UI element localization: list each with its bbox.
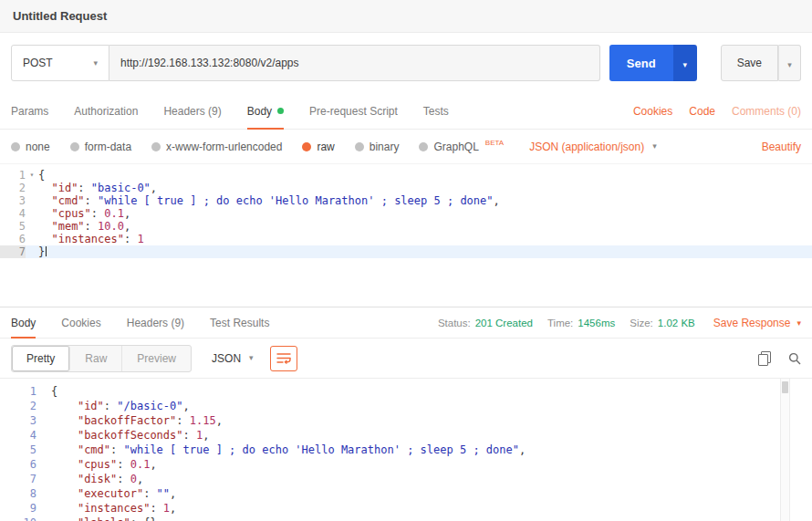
body-mode-raw[interactable]: raw [302, 141, 334, 153]
response-format-select[interactable]: JSON ▾ [212, 352, 254, 365]
tab-tests[interactable]: Tests [423, 93, 449, 129]
time-value: 1456ms [578, 318, 615, 328]
tab-authorization[interactable]: Authorization [74, 93, 138, 129]
search-icon[interactable] [788, 352, 801, 365]
code-text: "instances": 1 [38, 233, 144, 245]
body-mode-form-data[interactable]: form-data [70, 141, 131, 153]
code-line-1: 1▾{ [0, 169, 812, 182]
save-response-label: Save Response [713, 317, 791, 329]
tab-label: Authorization [74, 105, 138, 118]
code-line-6: 6 "cpus": 0.1, [0, 457, 812, 472]
chevron-down-icon: ▾ [682, 60, 687, 69]
tab-headers-9[interactable]: Headers (9) [163, 93, 221, 129]
tab-pre-request-script[interactable]: Pre-request Script [309, 93, 398, 129]
code-text: "disk": 0, [51, 472, 143, 486]
code-text: "cmd": "while [ true ] ; do echo 'Hello … [51, 443, 526, 457]
tab-label: Cookies [61, 317, 100, 329]
wrap-lines-button[interactable] [270, 346, 297, 371]
code-line-5: 5 "mem": 10.0, [0, 220, 812, 233]
size-label: Size: [630, 318, 653, 328]
comments-0-link[interactable]: Comments (0) [732, 105, 801, 118]
radio-icon [302, 142, 311, 151]
body-mode-row: noneform-datax-www-form-urlencodedrawbin… [0, 130, 812, 164]
copy-icon[interactable] [758, 351, 770, 365]
tab-label: Headers (9) [163, 105, 221, 118]
body-mode-binary[interactable]: binary [355, 141, 400, 153]
request-title: Untitled Request [13, 9, 107, 23]
request-title-bar: Untitled Request [0, 0, 812, 33]
line-number: 10 [0, 516, 36, 521]
code-text: "id": "basic-0", [38, 182, 157, 194]
code-line-10: 10 "labels": {}, [0, 516, 812, 521]
tab-label: Test Results [210, 317, 269, 329]
response-scrollbar-thumb[interactable] [782, 381, 788, 393]
code-line-8: 8 "executor": "", [0, 486, 812, 501]
tab-body[interactable]: Body [247, 93, 284, 129]
code-text: "labels": {}, [51, 516, 163, 521]
line-number: 5 [0, 220, 26, 233]
fold-gutter [26, 182, 38, 194]
response-scrollbar[interactable] [780, 379, 790, 521]
code-line-2: 2 "id": "/basic-0", [0, 399, 812, 413]
method-select[interactable]: POST ▾ [11, 45, 109, 81]
body-mode-x-www-form-urlencoded[interactable]: x-www-form-urlencoded [151, 141, 282, 153]
fold-gutter [36, 472, 51, 486]
radio-icon [70, 142, 79, 151]
request-body-editor[interactable]: 1▾{2 "id": "basic-0",3 "cmd": "while [ t… [0, 164, 812, 307]
chevron-down-icon: ▾ [249, 354, 254, 362]
radio-icon [419, 142, 428, 151]
content-type-select[interactable]: JSON (application/json) ▾ [529, 141, 657, 153]
send-dropdown-button[interactable]: ▾ [673, 45, 697, 81]
save-response-button[interactable]: Save Response ▾ [713, 317, 801, 329]
response-tabs: BodyCookiesHeaders (9)Test Results [11, 307, 295, 338]
beautify-link[interactable]: Beautify [762, 141, 801, 153]
response-meta: Status: 201 Created Time: 1456ms Size: 1… [423, 317, 801, 329]
text-cursor [46, 246, 47, 256]
tab-body[interactable]: Body [11, 307, 36, 338]
line-number: 6 [0, 233, 26, 245]
code-line-4: 4 "cpus": 0.1, [0, 207, 812, 220]
url-input[interactable]: http://192.168.133.132:8080/v2/apps [109, 45, 600, 81]
body-green-dot-icon [277, 108, 284, 114]
code-link[interactable]: Code [689, 105, 715, 118]
response-size: Size: 1.02 KB [630, 318, 695, 328]
tab-params[interactable]: Params [11, 93, 48, 129]
body-mode-options: noneform-datax-www-form-urlencodedrawbin… [11, 141, 504, 153]
status-value: 201 Created [475, 318, 533, 328]
tab-test-results[interactable]: Test Results [210, 307, 269, 338]
view-pretty[interactable]: Pretty [12, 346, 70, 371]
fold-gutter [36, 501, 51, 516]
code-text: "backoffSeconds": 1, [51, 428, 209, 443]
code-line-3: 3 "backoffFactor": 1.15, [0, 413, 812, 428]
code-line-1: 1{ [0, 384, 812, 399]
body-mode-graphql[interactable]: GraphQLBETA [419, 141, 504, 153]
body-mode-none[interactable]: none [11, 141, 50, 153]
method-label: POST [23, 57, 53, 69]
line-number: 7 [0, 245, 26, 258]
response-toolbar: PrettyRawPreview JSON ▾ [0, 339, 812, 379]
fold-arrow-icon: ▾ [26, 169, 38, 182]
mode-label: x-www-form-urlencoded [166, 141, 282, 153]
response-toolbar-right [758, 351, 801, 365]
send-button[interactable]: Send [609, 45, 673, 81]
fold-gutter [36, 486, 51, 501]
fold-gutter [36, 384, 51, 399]
save-button[interactable]: Save [721, 45, 778, 81]
chevron-down-icon: ▾ [93, 59, 98, 68]
tab-headers-9[interactable]: Headers (9) [127, 307, 184, 338]
fold-gutter [36, 413, 51, 428]
status-label: Status: [438, 318, 471, 328]
view-preview[interactable]: Preview [122, 346, 191, 371]
cookies-link[interactable]: Cookies [633, 105, 672, 118]
response-body-viewer[interactable]: 1{2 "id": "/basic-0",3 "backoffFactor": … [0, 379, 812, 521]
response-format-label: JSON [212, 352, 241, 365]
fold-gutter [36, 428, 51, 443]
request-url-bar: POST ▾ http://192.168.133.132:8080/v2/ap… [0, 33, 812, 93]
line-number: 7 [0, 472, 36, 486]
save-dropdown-button[interactable]: ▾ [778, 45, 801, 81]
code-line-2: 2 "id": "basic-0", [0, 182, 812, 194]
request-tab-links: CookiesCodeComments (0) [633, 105, 801, 118]
view-raw[interactable]: Raw [70, 346, 122, 371]
line-number: 2 [0, 182, 26, 194]
tab-cookies[interactable]: Cookies [61, 307, 100, 338]
